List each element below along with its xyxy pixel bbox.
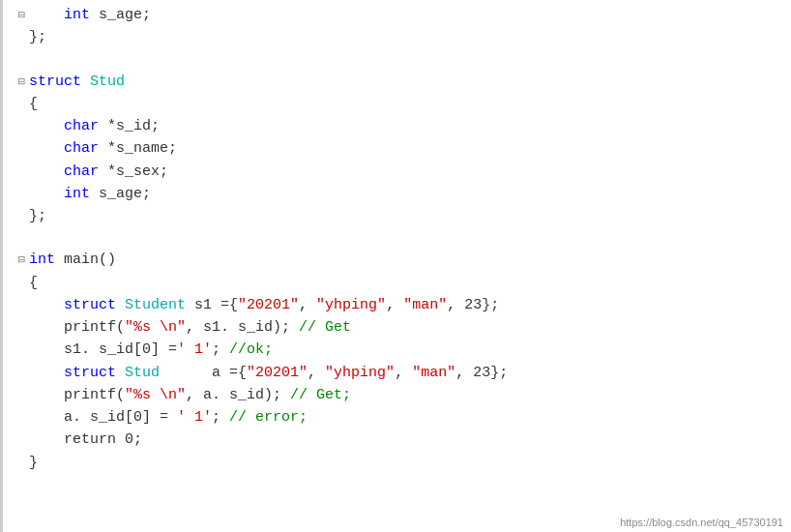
token-kw-blue: int [64,183,90,205]
token-str-red: "man" [403,294,447,316]
token-comment: // error; [229,406,308,429]
token-kw-blue: struct [64,294,116,316]
code-line: ⊟ int s_age; [14,4,791,26]
token-normal: }; [29,205,46,227]
token-kw-cyan: Student [125,294,186,316]
code-line: struct Student s1 ={"20201", "yhping", "… [14,294,791,316]
token-kw-blue: char [64,137,99,160]
code-line: }; [14,205,791,227]
token-comment: // Get; [290,384,351,406]
token-normal: printf( [64,316,125,339]
token-kw-cyan: Stud [90,71,125,93]
gutter-marker: ⊟ [14,74,29,92]
token-braces: } [29,452,38,474]
token-str-red: "20201" [247,362,308,384]
gutter-marker: ⊟ [14,7,29,25]
token-normal: , [386,294,403,316]
token-comment: //ok; [229,339,273,361]
indent [29,339,64,361]
code-line: } [14,452,791,474]
token-str-red: "yhping" [316,294,386,316]
token-normal: s1 ={ [186,294,238,316]
indent [29,137,64,160]
token-kw-blue: struct [64,362,116,384]
token-normal: , [299,294,316,316]
code-line: int s_age; [14,183,791,205]
token-str-red: "%s \n" [125,316,186,339]
token-normal: printf( [64,384,125,406]
code-line: { [14,272,791,294]
code-line: char *s_name; [14,137,791,160]
code-line: { [14,93,791,115]
token-str-red: "yhping" [325,362,395,384]
watermark-url: https://blog.csdn.net/qq_45730191 [620,517,783,528]
code-line: a. s_id[0] = ' 1'; // error; [14,406,791,429]
gutter-marker: ⊟ [14,251,29,270]
token-str-red: "man" [412,362,455,384]
indent [29,406,64,429]
token-comment: // Get [299,316,351,339]
token-normal [81,71,90,93]
code-line: printf("%s \n", s1. s_id); // Get [14,316,791,339]
indent [29,115,64,137]
token-braces: { [29,93,38,115]
code-line: char *s_id; [14,115,791,137]
token-normal: , 23}; [455,362,508,384]
token-normal: , a. s_id); [186,384,290,406]
token-normal: ; [212,339,229,361]
token-str-red: "20201" [238,294,299,316]
token-normal [116,362,125,384]
code-line [14,227,791,249]
token-kw-blue: char [64,161,99,183]
token-normal: }; [29,26,46,48]
token-normal: main() [55,249,116,271]
token-str-red: "%s \n" [125,384,186,406]
code-line: }; [14,26,791,48]
indent [29,316,64,339]
token-str-red: ' 1' [177,339,212,361]
token-normal: *s_name; [99,137,177,160]
token-normal: s_age; [90,4,151,26]
token-kw-blue: struct [29,71,81,93]
left-border [0,0,3,532]
code-line [14,49,791,71]
code-line: struct Stud a ={"20201", "yhping", "man"… [14,362,791,384]
indent [29,429,64,451]
indent [29,294,64,316]
code-lines: ⊟ int s_age;};⊟struct Stud{ char *s_id; … [0,4,791,474]
token-normal: ; [212,406,229,429]
code-line: ⊟struct Stud [14,71,791,93]
code-line: ⊟int main() [14,249,791,271]
code-editor: ⊟ int s_age;};⊟struct Stud{ char *s_id; … [0,0,791,532]
code-line: printf("%s \n", a. s_id); // Get; [14,384,791,406]
token-normal: *s_sex; [99,161,168,183]
code-line: char *s_sex; [14,161,791,183]
indent [29,161,64,183]
indent [29,4,64,26]
indent [29,362,64,384]
token-normal: , [308,362,325,384]
token-normal: s1. s_id[0] = [64,339,177,361]
token-normal: , s1. s_id); [186,316,299,339]
token-normal: return 0; [64,429,142,451]
token-kw-blue: char [64,115,99,137]
indent [29,183,64,205]
code-line: return 0; [14,429,791,451]
token-normal: a ={ [160,362,247,384]
code-line: s1. s_id[0] =' 1'; //ok; [14,339,791,361]
token-kw-cyan: Stud [125,362,160,384]
indent [29,384,64,406]
token-str-red: ' 1' [177,406,212,429]
token-normal [116,294,125,316]
token-braces: { [29,272,38,294]
token-normal: a. s_id[0] = [64,406,177,429]
token-kw-blue: int [29,249,55,271]
token-normal: , [395,362,412,384]
token-normal: , 23}; [447,294,499,316]
token-normal: s_age; [90,183,151,205]
token-normal: *s_id; [99,115,160,137]
token-kw-blue: int [64,4,90,26]
